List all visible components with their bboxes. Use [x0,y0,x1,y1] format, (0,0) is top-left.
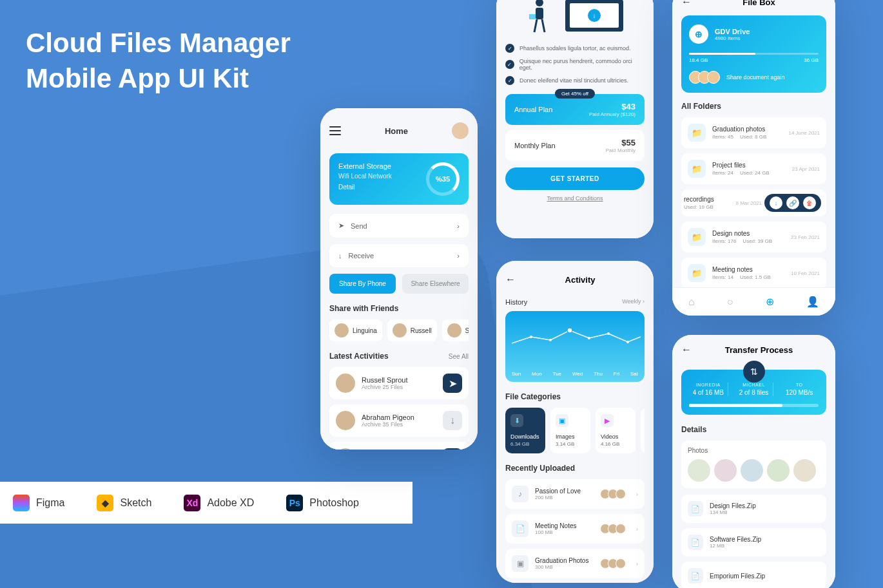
user-icon[interactable]: 👤 [806,296,819,308]
figma-icon [13,495,30,511]
sketch-icon: ◆ [97,495,113,511]
storage-card[interactable]: External Storage Wifi Local Network Deta… [329,153,469,205]
file-item[interactable]: 📄 Software Files.Zip12 MB [681,528,826,556]
chevron-right-icon: › [636,560,638,567]
phone-transfer: ← Transfer Process ⇅ INGREDIA4 of 16 MB … [672,335,835,588]
globe-icon[interactable]: ⊕ [766,296,774,308]
folder-item[interactable]: 📁 Graduation photosItems: 45Used: 8 GB 1… [681,117,826,148]
annual-plan-card[interactable]: Annual Plan $43Paid Annualy ($120) [505,94,645,125]
storage-percent: %35 [426,162,460,196]
folder-item[interactable]: recordingsUsed: 19 GB 8 Mar 2021 ↓ 🔗 🗑 [681,189,826,216]
get-started-button[interactable]: GET STARTED [505,167,645,190]
see-all-button[interactable]: See All [449,353,469,360]
image-icon: ▣ [512,555,529,572]
upload-item[interactable]: ▣ Graduation Photos300 MB › [505,549,645,578]
phone-activity: ← Activity History Weekly › SunMonTueWed… [496,261,654,583]
link-icon[interactable]: 🔗 [786,196,799,209]
tool-figma: Figma [13,495,64,511]
tool-photoshop: PsPhotoshop [286,495,359,511]
file-icon: 📄 [688,568,703,583]
phone-home: Home External Storage Wifi Local Network… [320,108,478,450]
category-card[interactable]: ⬇Downloads6.34 GB [505,408,545,453]
search-icon[interactable]: ○ [727,296,733,308]
hamburger-icon[interactable] [329,126,341,135]
back-arrow-icon[interactable]: ← [681,0,692,8]
feature-item: ✓Phasellus sodales ligula tortor, ac eui… [505,44,645,53]
folder-icon: 📁 [688,228,706,246]
folder-item[interactable]: 📁 Design notesItems: 176Used: 39 GB 23 F… [681,222,826,252]
terms-link[interactable]: Terms and Conditions [505,195,645,202]
share-elsewhere-button[interactable]: Share Elsewhere [402,274,469,294]
back-arrow-icon[interactable]: ← [505,274,516,285]
svg-point-5 [567,328,572,333]
transfer-title: Transfer Process [692,345,826,355]
bottom-nav: ⌂ ○ ⊕ 👤 [672,287,835,316]
check-icon: ✓ [505,76,514,85]
activity-item[interactable]: Abraham PigeonArchive 35 Files ↓ [329,404,469,437]
download-icon[interactable]: ↓ [770,196,782,209]
send-icon[interactable]: ➤ [443,448,462,450]
feature-item: ✓Quisque nec purus hendrerit, commodo or… [505,58,645,71]
upload-item[interactable]: ♪ Passion of Love200 MB › [505,479,645,509]
file-icon: 📄 [688,535,703,550]
send-button[interactable]: ➤Send › [329,214,469,238]
monthly-plan-card[interactable]: Monthly Plan $55Paid Monthly [505,130,645,161]
avatar [336,374,355,393]
file-item[interactable]: 📄 Design Files.Zip134 MB [681,495,826,523]
photos-card[interactable]: Photos [681,441,826,488]
svg-line-4 [542,19,545,32]
photo-thumb[interactable] [767,459,790,482]
avatar[interactable] [452,122,469,139]
discount-badge: Get 45% off [555,89,595,99]
chevron-right-icon: › [636,491,638,498]
avatar [336,448,355,450]
chart-line-icon [512,324,641,356]
folder-actions: ↓ 🔗 🗑 [764,194,821,212]
phone-plans: ↓ ✓Phasellus sodales ligula tortor, ac e… [496,0,654,238]
friend-chip[interactable]: Russell [387,319,437,341]
note-icon: 📄 [512,520,529,537]
download-icon: ⬇ [510,414,523,427]
friend-chip[interactable]: Spr [442,319,469,341]
chevron-right-icon: › [457,252,460,260]
photo-thumb[interactable] [688,459,710,482]
svg-point-9 [607,332,610,335]
trash-icon[interactable]: 🗑 [803,196,816,209]
category-card[interactable]: A0 [641,408,645,453]
activity-item[interactable]: Russell SproutArchive 25 Files ➤ [329,367,469,399]
tool-xd: XdAdobe XD [184,495,254,511]
activity-item[interactable]: Justin Case ➤ [329,442,469,450]
download-icon: ↓ [338,252,342,260]
home-title: Home [385,126,408,136]
folder-item[interactable]: 📁 Project filesItems: 24Used: 24 GB 23 A… [681,153,826,184]
folder-icon: 📁 [688,160,706,178]
folder-icon: 📁 [688,264,706,282]
chevron-right-icon: › [636,526,638,533]
svg-point-7 [549,339,552,341]
category-card[interactable]: ▶Videos4.16 GB [596,408,636,453]
back-arrow-icon[interactable]: ← [681,344,692,356]
drive-logo-icon: ⊕ [689,24,708,44]
check-icon: ✓ [505,60,514,69]
photo-thumb[interactable] [793,459,816,482]
file-item[interactable]: 📄 Emporium Files.Zip [681,562,826,588]
drive-card[interactable]: ⊕ GDV Drive4980 Items 18.4 GB36 GB Share… [681,15,826,93]
photo-thumb[interactable] [714,459,737,482]
send-icon: ➤ [338,222,344,230]
photo-thumb[interactable] [741,459,763,482]
share-phone-button[interactable]: Share By Phone [329,274,396,294]
category-card[interactable]: ▣Images3.14 GB [550,408,590,453]
history-label: History [505,298,527,306]
send-icon[interactable]: ➤ [443,374,462,393]
period-selector[interactable]: Weekly › [622,298,645,306]
home-icon[interactable]: ⌂ [688,296,695,308]
svg-point-8 [588,337,590,339]
upload-item[interactable]: 📄 Meeting Notes100 MB › [505,514,645,544]
download-icon[interactable]: ↓ [443,411,462,430]
folder-item[interactable]: 📁 Meeting notesItems: 14Used: 1.5 GB 10 … [681,258,826,289]
feature-item: ✓Donec eleifend vitae nisl tincidunt ult… [505,76,645,85]
friend-chip[interactable]: Linguina [329,319,382,341]
uploaded-title: Recently Uploaded [505,464,645,473]
music-icon: ♪ [512,486,529,502]
receive-button[interactable]: ↓Receive › [329,244,469,267]
